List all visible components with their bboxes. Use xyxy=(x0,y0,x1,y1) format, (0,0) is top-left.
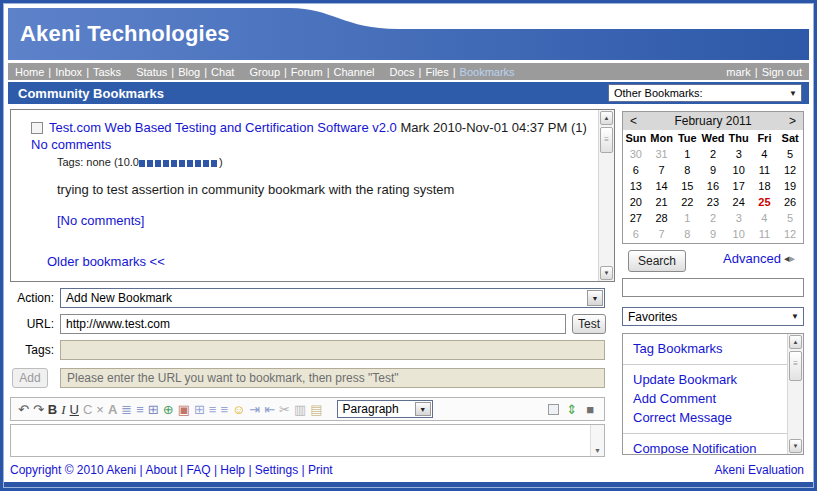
calendar-day[interactable]: 12 xyxy=(777,226,803,242)
scroll-down-icon[interactable]: ▼ xyxy=(600,266,613,280)
calendar-day[interactable]: 8 xyxy=(674,162,700,178)
insert-image-icon[interactable]: ▣ xyxy=(178,403,190,416)
actions-list-scrollbar[interactable]: ▲ ≡ ▼ xyxy=(787,334,803,454)
align-left-icon[interactable]: ≡ xyxy=(209,403,217,416)
scroll-up-icon[interactable]: ▲ xyxy=(789,335,802,349)
toggle-checkbox-icon[interactable] xyxy=(548,404,559,415)
bookmark-title-link[interactable]: Test.com Web Based Testing and Certifica… xyxy=(49,120,397,135)
calendar-day[interactable]: 17 xyxy=(726,178,752,194)
scroll-up-icon[interactable]: ▲ xyxy=(600,111,613,125)
nav-item-forum[interactable]: Forum xyxy=(291,66,323,78)
calendar-day[interactable]: 30 xyxy=(623,146,649,162)
sidebar-link-update-bookmark[interactable]: Update Bookmark xyxy=(633,370,787,389)
nav-item-docs[interactable]: Docs xyxy=(390,66,415,78)
editor-surface[interactable]: ▼ xyxy=(10,424,605,457)
calendar-day[interactable]: 1 xyxy=(674,210,700,226)
table-icon[interactable]: ⊞ xyxy=(148,403,159,416)
calendar-day[interactable]: 11 xyxy=(752,226,778,242)
calendar-day[interactable]: 15 xyxy=(674,178,700,194)
nav-item-chat[interactable]: Chat xyxy=(211,66,234,78)
calendar-day[interactable]: 14 xyxy=(649,178,675,194)
calendar-day[interactable]: 6 xyxy=(623,162,649,178)
other-bookmarks-select[interactable]: Other Bookmarks: ▼ xyxy=(608,84,802,102)
calendar-day[interactable]: 1 xyxy=(674,146,700,162)
calendar-day[interactable]: 24 xyxy=(726,194,752,210)
nav-username[interactable]: mark xyxy=(726,66,750,78)
no-comments-link[interactable]: [No comments] xyxy=(57,213,144,228)
nav-item-bookmarks[interactable]: Bookmarks xyxy=(460,66,515,78)
bookmark-checkbox[interactable] xyxy=(31,122,43,134)
redo-icon[interactable]: ↷ xyxy=(33,403,44,416)
calendar-day[interactable]: 20 xyxy=(623,194,649,210)
sidebar-link-tag-bookmarks[interactable]: Tag Bookmarks xyxy=(633,339,787,358)
calendar-day[interactable]: 10 xyxy=(726,226,752,242)
advanced-next-icon[interactable]: ▸ xyxy=(789,252,795,264)
calendar-prev-icon[interactable]: < xyxy=(630,114,637,128)
footer-link-settings[interactable]: Settings xyxy=(255,463,298,477)
copy-icon[interactable]: ▥ xyxy=(294,403,306,416)
calendar-day[interactable]: 4 xyxy=(752,146,778,162)
paste-icon[interactable]: ▤ xyxy=(310,403,322,416)
italic-icon[interactable]: I xyxy=(61,403,65,416)
scroll-down-icon[interactable]: ▼ xyxy=(591,447,604,454)
calendar-day[interactable]: 21 xyxy=(649,194,675,210)
nav-item-home[interactable]: Home xyxy=(15,66,44,78)
align-right-icon[interactable]: ≡ xyxy=(220,403,228,416)
url-input[interactable] xyxy=(60,314,566,334)
ordered-list-icon[interactable]: ≣ xyxy=(121,403,132,416)
emoticon-icon[interactable]: ☺ xyxy=(232,403,245,416)
add-button[interactable]: Add xyxy=(12,368,48,388)
calendar-day[interactable]: 27 xyxy=(623,210,649,226)
sidebar-link-compose-notification[interactable]: Compose Notification xyxy=(633,439,787,454)
bookmark-list-scrollbar[interactable]: ▲ ≡ ▼ xyxy=(598,110,614,281)
calendar-day[interactable]: 23 xyxy=(700,194,726,210)
calendar-day[interactable]: 31 xyxy=(649,146,675,162)
test-button[interactable]: Test xyxy=(572,314,606,334)
format-select[interactable]: Paragraph ▼ xyxy=(337,400,433,418)
bookmark-comments-link[interactable]: No comments xyxy=(31,137,111,152)
calendar-day[interactable]: 12 xyxy=(777,162,803,178)
tags-input[interactable] xyxy=(60,340,605,360)
footer-link-faq[interactable]: FAQ xyxy=(187,463,211,477)
calendar-day[interactable]: 13 xyxy=(623,178,649,194)
calendar-day[interactable]: 18 xyxy=(752,178,778,194)
cut-icon[interactable]: ✂ xyxy=(279,403,290,416)
calendar-day[interactable]: 26 xyxy=(777,194,803,210)
resize-editor-icon[interactable]: ⇕ xyxy=(566,403,577,416)
search-input[interactable] xyxy=(622,278,804,297)
nav-item-status[interactable]: Status xyxy=(136,66,167,78)
sidebar-link-add-comment[interactable]: Add Comment xyxy=(633,389,787,408)
underline-icon[interactable]: U xyxy=(70,403,79,416)
calendar-day[interactable]: 22 xyxy=(674,194,700,210)
calendar-day[interactable]: 25 xyxy=(752,194,778,210)
favorites-select[interactable]: Favorites ▼ xyxy=(622,307,804,326)
footer-link-print[interactable]: Print xyxy=(308,463,333,477)
calendar-day[interactable]: 8 xyxy=(674,226,700,242)
calendar-day[interactable]: 9 xyxy=(700,162,726,178)
editor-scrollbar[interactable]: ▼ xyxy=(590,425,604,456)
nav-item-files[interactable]: Files xyxy=(425,66,448,78)
calendar-day[interactable]: 6 xyxy=(623,226,649,242)
calendar-day[interactable]: 2 xyxy=(700,146,726,162)
calendar-day[interactable]: 9 xyxy=(700,226,726,242)
toggle-source-icon[interactable]: ■ xyxy=(586,403,594,416)
calendar-day[interactable]: 3 xyxy=(726,146,752,162)
indent-icon[interactable]: ⇥ xyxy=(249,403,260,416)
insert-link-icon[interactable]: ⊕ xyxy=(163,403,174,416)
nav-item-tasks[interactable]: Tasks xyxy=(93,66,121,78)
sign-out-link[interactable]: Sign out xyxy=(762,66,802,78)
nav-item-blog[interactable]: Blog xyxy=(178,66,200,78)
calendar-day[interactable]: 5 xyxy=(777,146,803,162)
nav-item-inbox[interactable]: Inbox xyxy=(55,66,82,78)
search-button[interactable]: Search xyxy=(628,250,686,272)
calendar-day[interactable]: 16 xyxy=(700,178,726,194)
insert-row-icon[interactable]: ⊞ xyxy=(194,403,205,416)
calendar-day[interactable]: 11 xyxy=(752,162,778,178)
footer-link-help[interactable]: Help xyxy=(220,463,245,477)
calendar-next-icon[interactable]: > xyxy=(789,114,796,128)
scrollbar-thumb[interactable]: ≡ xyxy=(600,127,613,153)
calendar-day[interactable]: 7 xyxy=(649,226,675,242)
action-select[interactable]: Add New Bookmark ▼ xyxy=(60,288,605,308)
calendar-day[interactable]: 28 xyxy=(649,210,675,226)
calendar-day[interactable]: 19 xyxy=(777,178,803,194)
